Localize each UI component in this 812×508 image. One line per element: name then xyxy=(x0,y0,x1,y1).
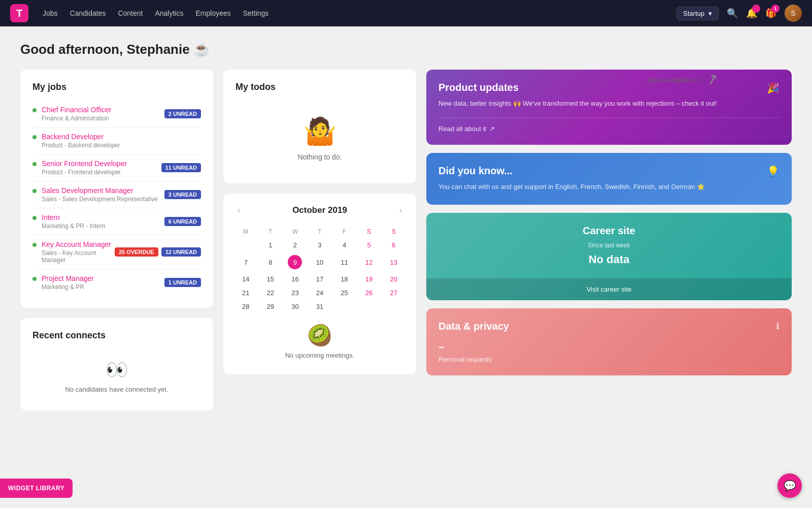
calendar-day[interactable]: 3 xyxy=(308,238,332,252)
nav-employees[interactable]: Employees xyxy=(195,9,230,17)
calendar-day[interactable]: 28 xyxy=(233,300,258,313)
job-title[interactable]: Project Manager xyxy=(42,274,94,282)
calendar-day[interactable]: 7 xyxy=(233,252,258,272)
job-info: Sales Development Manager Sales - Sales … xyxy=(42,186,158,203)
widget-library-button[interactable]: WIDGET LIBRARY xyxy=(0,479,73,498)
my-jobs-card: My jobs Chief Financial Officer Finance … xyxy=(20,70,213,308)
calendar-day[interactable]: 27 xyxy=(381,286,406,300)
calendar-body: 1234567891011121314151617181920212223242… xyxy=(233,238,406,313)
calendar-day[interactable]: 8 xyxy=(258,252,283,272)
job-title[interactable]: Intern xyxy=(42,213,105,221)
nav-settings[interactable]: Settings xyxy=(243,9,269,17)
calendar-day-header: S xyxy=(357,225,382,238)
calendar-day[interactable]: 6 xyxy=(381,238,406,252)
calendar-day[interactable]: 12 xyxy=(357,252,382,272)
gifts-button[interactable]: 🎁 1 xyxy=(765,8,776,19)
career-site-stat: No data xyxy=(438,253,780,266)
calendar-day[interactable]: 16 xyxy=(283,272,308,286)
calendar-today[interactable]: 9 xyxy=(288,255,302,269)
job-left: Backend Developer Product - Backend deve… xyxy=(32,133,120,149)
job-status-dot xyxy=(32,162,37,166)
product-updates-link[interactable]: Read all about it ↗ xyxy=(438,117,780,133)
job-item[interactable]: Sales Development Manager Sales - Sales … xyxy=(32,181,201,208)
calendar-day[interactable]: 4 xyxy=(332,238,357,252)
calendar-day[interactable]: 31 xyxy=(308,300,332,313)
calendar-day[interactable]: 24 xyxy=(308,286,332,300)
calendar-day[interactable]: 19 xyxy=(357,272,382,286)
calendar-day[interactable]: 29 xyxy=(258,300,283,313)
calendar-day[interactable]: 11 xyxy=(332,252,357,272)
calendar-day[interactable]: 26 xyxy=(357,286,382,300)
job-title[interactable]: Chief Financial Officer xyxy=(42,106,111,114)
calendar-day[interactable]: 21 xyxy=(233,286,258,300)
calendar-day[interactable]: 5 xyxy=(357,238,382,252)
col-left: My jobs Chief Financial Officer Finance … xyxy=(20,70,213,410)
calendar-day[interactable]: 25 xyxy=(332,286,357,300)
job-subtitle: Product - Backend developer xyxy=(42,142,120,149)
job-status-dot xyxy=(32,135,37,139)
company-selector[interactable]: Startup ▾ xyxy=(676,7,719,20)
todos-empty-text: Nothing to do. xyxy=(297,153,342,161)
nav-content[interactable]: Content xyxy=(118,9,143,17)
connects-emoji: 👀 xyxy=(106,359,128,380)
cal-prev-button[interactable]: ‹ xyxy=(233,204,244,217)
calendar-day[interactable]: 1 xyxy=(258,238,283,252)
job-item[interactable]: Senior Frontend Developer Product - Fron… xyxy=(32,154,201,181)
job-item[interactable]: Backend Developer Product - Backend deve… xyxy=(32,128,201,154)
calendar-header: ‹ October 2019 › xyxy=(233,204,406,217)
job-left: Project Manager Marketing & PR xyxy=(32,274,94,291)
calendar-day xyxy=(381,300,406,313)
search-button[interactable]: 🔍 xyxy=(727,8,738,19)
chat-button[interactable]: 💬 xyxy=(777,473,802,498)
nav-candidates[interactable]: Candidates xyxy=(70,9,106,17)
job-title[interactable]: Sales Development Manager xyxy=(42,186,158,195)
col-mid: My todos 🤷 Nothing to do. ‹ October 2019… xyxy=(223,70,416,374)
job-status-dot xyxy=(32,108,37,112)
calendar-day[interactable]: 18 xyxy=(332,272,357,286)
job-item[interactable]: Project Manager Marketing & PR 1 UNREAD xyxy=(32,269,201,296)
job-item[interactable]: Key Account Manager Sales - Key Account … xyxy=(32,235,201,269)
product-updates-link-text: Read all about it xyxy=(438,125,486,133)
job-item[interactable]: Intern Marketing & PR - Intern 6 UNREAD xyxy=(32,208,201,235)
notifications-button[interactable]: 🔔 xyxy=(746,8,757,19)
logo[interactable]: T xyxy=(10,4,28,22)
did-you-know-header: Did you know... 💡 xyxy=(438,165,780,182)
career-site-subtitle: Since last week xyxy=(438,242,780,249)
data-privacy-info: – xyxy=(438,340,780,354)
job-badges: 11 UNREAD xyxy=(161,163,201,172)
product-updates-emoji: 🎉 xyxy=(767,82,780,94)
calendar-day[interactable]: 15 xyxy=(258,272,283,286)
job-left: Key Account Manager Sales - Key Account … xyxy=(32,240,115,264)
unread-badge: 12 UNREAD xyxy=(161,247,201,257)
job-title[interactable]: Senior Frontend Developer xyxy=(42,160,127,168)
calendar-meetings: 🥝 No upcoming meetings. xyxy=(233,313,406,364)
avatar[interactable]: S xyxy=(785,5,802,22)
nav-analytics[interactable]: Analytics xyxy=(155,9,183,17)
job-subtitle: Marketing & PR - Intern xyxy=(42,223,105,230)
unread-badge: 3 UNREAD xyxy=(164,190,201,199)
calendar-title: October 2019 xyxy=(292,205,347,215)
calendar-days-header: MTWTFSS xyxy=(233,225,406,238)
nav-jobs[interactable]: Jobs xyxy=(43,9,58,17)
job-subtitle: Finance & Administration xyxy=(42,115,111,122)
job-title[interactable]: Backend Developer xyxy=(42,133,120,141)
calendar-day[interactable]: 13 xyxy=(381,252,406,272)
calendar-day[interactable]: 17 xyxy=(308,272,332,286)
job-left: Chief Financial Officer Finance & Admini… xyxy=(32,106,111,122)
career-site-link[interactable]: Visit career site xyxy=(426,278,792,300)
data-privacy-title: Data & privacy xyxy=(438,321,509,332)
cal-next-button[interactable]: › xyxy=(395,204,406,217)
lightbulb-icon: 💡 xyxy=(767,165,780,177)
calendar-day[interactable]: 14 xyxy=(233,272,258,286)
job-title[interactable]: Key Account Manager xyxy=(42,240,115,248)
calendar-day[interactable]: 22 xyxy=(258,286,283,300)
calendar-day[interactable]: 30 xyxy=(283,300,308,313)
calendar-day[interactable]: 10 xyxy=(308,252,332,272)
calendar-day-header: F xyxy=(332,225,357,238)
calendar-day[interactable]: 20 xyxy=(381,272,406,286)
calendar-day[interactable]: 9 xyxy=(283,252,308,272)
calendar-day[interactable]: 23 xyxy=(283,286,308,300)
job-item[interactable]: Chief Financial Officer Finance & Admini… xyxy=(32,101,201,128)
calendar-day[interactable]: 2 xyxy=(283,238,308,252)
calendar-day-header: T xyxy=(308,225,332,238)
